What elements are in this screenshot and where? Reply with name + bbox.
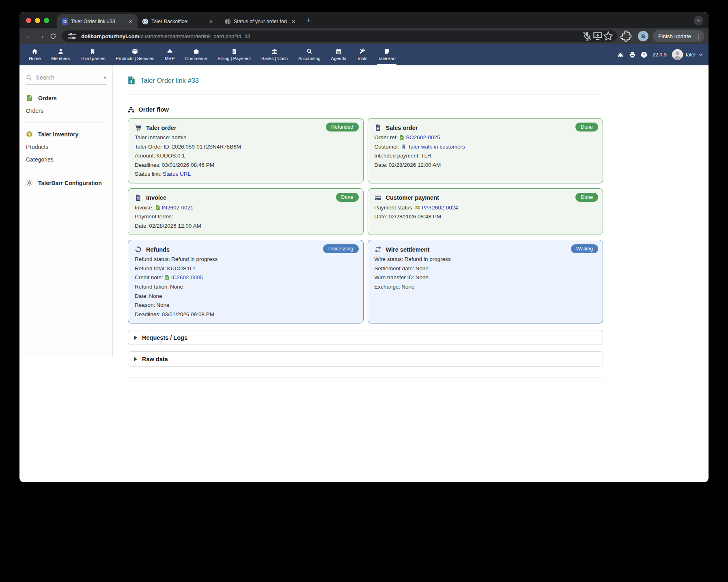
nav-item-billing-payment[interactable]: Billing | Payment bbox=[212, 44, 256, 65]
back-button[interactable]: ← bbox=[24, 30, 35, 42]
panel-raw-data[interactable]: Raw data bbox=[128, 351, 603, 366]
field-label: Settlement date: bbox=[375, 265, 414, 272]
nav-item-members[interactable]: Members bbox=[46, 44, 75, 65]
sidebar-item-orders[interactable]: Orders bbox=[26, 108, 107, 114]
caret-down-icon[interactable]: ▼ bbox=[103, 75, 107, 80]
search-input[interactable] bbox=[36, 74, 99, 81]
bookmark-star-icon[interactable] bbox=[603, 31, 614, 41]
field-link[interactable]: IN2602-0021 bbox=[162, 205, 194, 211]
finish-update-label: Finish update bbox=[658, 33, 691, 39]
status-badge: Done bbox=[575, 123, 598, 131]
user-menu[interactable]: taler bbox=[672, 49, 703, 60]
field-link[interactable]: IC2602-0005 bbox=[171, 274, 203, 280]
field-label: Payment terms: bbox=[135, 213, 173, 220]
status-badge: Done bbox=[336, 193, 359, 202]
browser-menu-icon[interactable]: ⋮ bbox=[694, 32, 703, 40]
search-icon bbox=[26, 75, 32, 81]
field-link[interactable]: PAY2602-0024 bbox=[422, 205, 458, 211]
tab-taler-order-link[interactable]: D Taler Order link #33 × bbox=[57, 14, 138, 28]
credit-card-icon bbox=[375, 194, 381, 201]
extensions-icon[interactable] bbox=[620, 30, 632, 42]
bug-icon[interactable] bbox=[617, 52, 624, 58]
card-field: Order ref:SO2602-0025 bbox=[375, 134, 597, 141]
sidebar-item-categories[interactable]: Categories bbox=[26, 156, 107, 163]
field-label: Date: bbox=[375, 213, 388, 220]
field-label: Deadlines: bbox=[135, 162, 161, 168]
close-icon[interactable]: × bbox=[127, 18, 134, 25]
nav-item-third-parties[interactable]: Third parties bbox=[75, 44, 110, 65]
tab-strip: D Taler Order link #33 × Taler Backoffic… bbox=[19, 12, 709, 28]
card-title: Customer payment bbox=[386, 194, 439, 201]
address-bar[interactable]: dolibarr.potuzhnyi.com/custom/talerbarr/… bbox=[62, 30, 617, 42]
close-icon[interactable]: × bbox=[207, 18, 215, 25]
panel-requests-logs[interactable]: Requests / Logs bbox=[128, 330, 603, 345]
help-icon[interactable]: ? bbox=[641, 52, 647, 58]
field-link[interactable]: Status URL bbox=[163, 171, 191, 177]
nav-item-commerce[interactable]: Commerce bbox=[180, 44, 212, 65]
nav-item-tools[interactable]: Tools bbox=[351, 44, 373, 65]
field-label: Taler Instance: bbox=[135, 134, 170, 140]
field-label: Refund status: bbox=[135, 256, 170, 262]
sidebar-item-products[interactable]: Products bbox=[26, 144, 107, 150]
field-value: None bbox=[156, 302, 169, 308]
card-field: Intended payment:TLR bbox=[375, 152, 597, 160]
nav-item-agenda[interactable]: Agenda bbox=[326, 44, 352, 65]
sidebar-section-taler-inventory: Taler InventoryProductsCategories bbox=[26, 122, 107, 163]
sidebar-section-title[interactable]: TalerBarr Configuration bbox=[26, 179, 107, 186]
print-icon[interactable] bbox=[629, 52, 635, 58]
site-info-icon[interactable] bbox=[67, 31, 78, 41]
field-link[interactable]: SO2602-0025 bbox=[406, 134, 440, 140]
tab-taler-backoffice[interactable]: Taler Backoffice: × bbox=[138, 14, 218, 28]
finish-update-button[interactable]: Finish update ⋮ bbox=[653, 30, 704, 42]
page-head: $ Taler Order link #33 bbox=[128, 76, 603, 85]
profile-avatar[interactable]: B bbox=[638, 31, 648, 41]
nav-item-home[interactable]: Home bbox=[24, 44, 46, 65]
person-icon bbox=[672, 49, 683, 60]
install-icon[interactable] bbox=[592, 31, 603, 41]
field-label: Payment status: bbox=[375, 205, 414, 211]
card-field: Payment status:PAY2602-0024 bbox=[375, 204, 597, 211]
field-value: 03/01/2026 08:46 PM bbox=[162, 162, 214, 168]
nav-item-label: TalerBarr bbox=[378, 56, 396, 61]
bank-icon bbox=[271, 48, 278, 54]
close-icon[interactable]: × bbox=[290, 18, 297, 25]
reload-button[interactable] bbox=[47, 30, 59, 42]
field-label: Customer: bbox=[375, 144, 400, 150]
nav-item-label: Home bbox=[29, 56, 41, 61]
card-field: Date:02/28/2026 12:00 AM bbox=[375, 162, 597, 169]
field-link[interactable]: Taler walk-in customers bbox=[408, 144, 465, 150]
tab-search-button[interactable] bbox=[694, 16, 703, 25]
card-sales-order: Sales orderDoneOrder ref:SO2602-0025Cust… bbox=[368, 118, 603, 183]
forward-button[interactable]: → bbox=[35, 30, 47, 42]
nav-item-talerbarr[interactable]: TalerBarr bbox=[373, 44, 401, 65]
card-header: Sales order bbox=[375, 124, 597, 131]
minimize-window-button[interactable] bbox=[35, 18, 40, 23]
nav-item-accounting[interactable]: Accounting bbox=[293, 44, 325, 65]
field-value: None bbox=[401, 284, 414, 290]
card-field: Taler Order ID:2026.059-01T2SN4R78B6M bbox=[135, 143, 357, 151]
file-invoice-icon bbox=[135, 194, 142, 201]
window-controls bbox=[19, 18, 57, 23]
nav-item-products-services[interactable]: Products | Services bbox=[110, 44, 159, 65]
nav-item-mrp[interactable]: MRP bbox=[159, 44, 180, 65]
field-value: Refund in progress bbox=[405, 256, 451, 262]
nav-item-label: Members bbox=[51, 56, 70, 61]
zoom-window-button[interactable] bbox=[44, 18, 49, 23]
field-value: TLR bbox=[421, 153, 431, 159]
field-label: Date: bbox=[135, 223, 148, 229]
card-invoice: InvoiceDoneInvoice:$IN2602-0021Payment t… bbox=[128, 188, 364, 235]
nav-item-banks-cash[interactable]: Banks | Cash bbox=[256, 44, 293, 65]
field-value: 02/28/2026 12:00 AM bbox=[389, 162, 441, 168]
sidebar-section-title[interactable]: Orders bbox=[26, 95, 107, 101]
tab-order-status[interactable]: Status of your order forOrder × bbox=[220, 14, 300, 28]
mini-building-icon bbox=[401, 144, 406, 149]
sidebar-section-title[interactable]: Taler Inventory bbox=[26, 131, 107, 138]
main-area: $ Taler Order link #33 Order flow Taler … bbox=[113, 65, 709, 482]
close-window-button[interactable] bbox=[26, 18, 31, 23]
url-text: dolibarr.potuzhnyi.com/custom/talerbarr/… bbox=[81, 33, 582, 39]
taler-order-doc-icon: $ bbox=[128, 76, 135, 85]
mic-blocked-icon[interactable] bbox=[582, 31, 592, 41]
new-tab-button[interactable]: + bbox=[303, 14, 315, 26]
field-value: None bbox=[170, 284, 183, 290]
panel-label: Requests / Logs bbox=[142, 334, 187, 341]
